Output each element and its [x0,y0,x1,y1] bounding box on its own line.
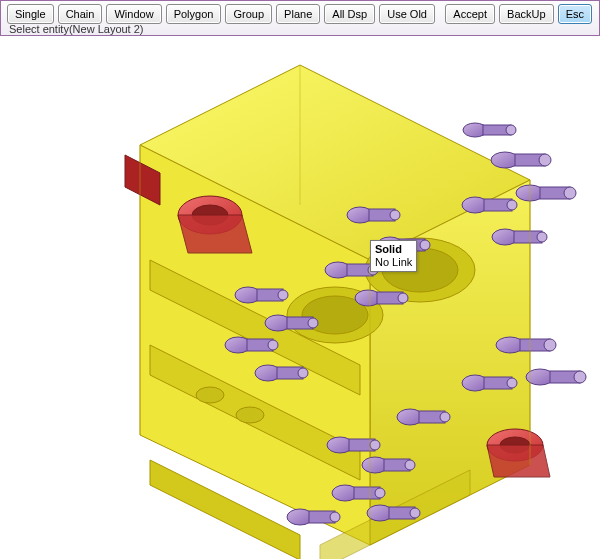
mode-button-group: Single Chain Window Polygon Group Plane … [7,4,436,24]
svg-point-73 [405,460,415,470]
accept-button[interactable]: Accept [445,4,495,24]
svg-point-25 [539,154,551,166]
mode-polygon-button[interactable]: Polygon [166,4,222,24]
svg-point-46 [398,293,408,303]
mode-window-button[interactable]: Window [106,4,161,24]
svg-point-82 [410,508,420,518]
svg-marker-19 [487,445,550,477]
entity-tooltip: Solid No Link [370,240,417,272]
mode-alldsp-button[interactable]: All Dsp [324,4,375,24]
mode-useold-button[interactable]: Use Old [379,4,435,24]
esc-button[interactable]: Esc [558,4,592,24]
mode-chain-button[interactable]: Chain [58,4,103,24]
svg-point-58 [298,368,308,378]
mode-group-button[interactable]: Group [225,4,272,24]
svg-point-9 [196,387,224,403]
tooltip-subtitle: No Link [375,256,412,269]
red-bolt-bottom-right [487,429,550,477]
svg-point-64 [574,371,586,383]
tooltip-title: Solid [375,243,412,256]
svg-point-40 [420,240,430,250]
action-button-group: Accept BackUp Esc [445,4,593,24]
svg-point-70 [370,440,380,450]
svg-point-55 [268,340,278,350]
backup-button[interactable]: BackUp [499,4,554,24]
svg-point-76 [440,412,450,422]
svg-point-31 [507,200,517,210]
svg-point-85 [330,512,340,522]
svg-point-67 [507,378,517,388]
svg-point-61 [544,339,556,351]
svg-point-49 [278,290,288,300]
svg-point-22 [506,125,516,135]
mode-single-button[interactable]: Single [7,4,54,24]
status-prompt: Select entity(New Layout 2) [9,23,144,35]
mode-plane-button[interactable]: Plane [276,4,320,24]
svg-point-28 [564,187,576,199]
svg-point-52 [308,318,318,328]
svg-point-37 [390,210,400,220]
svg-point-79 [375,488,385,498]
selection-toolbar: Single Chain Window Polygon Group Plane … [0,0,600,36]
svg-point-10 [236,407,264,423]
model-render [0,45,600,559]
svg-point-34 [537,232,547,242]
svg-marker-16 [178,215,252,253]
cad-viewport[interactable]: Solid No Link [0,45,600,559]
